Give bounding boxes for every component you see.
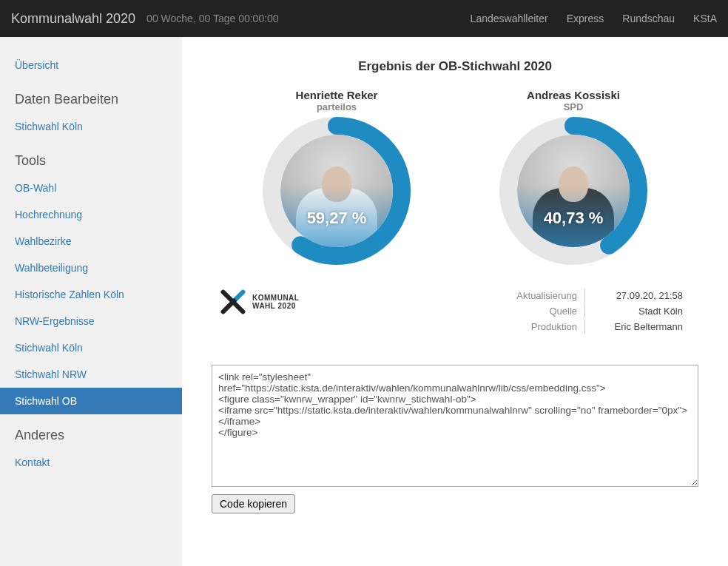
candidate-1-percent: 59,27 %	[263, 209, 411, 228]
sidebar-section-daten: Daten Bearbeiten	[0, 78, 182, 113]
sidebar-item-stichwahl-ob[interactable]: Stichwahl OB	[0, 388, 182, 414]
copy-code-button[interactable]: Code kopieren	[212, 494, 295, 513]
table-row: QuelleStadt Köln	[509, 304, 690, 318]
sidebar-item-stichwahl-koeln[interactable]: Stichwahl Köln	[0, 334, 182, 361]
nav-link-landeswahlleiter[interactable]: Landeswahlleiter	[471, 13, 548, 24]
meta-table: Aktualisierung27.09.20, 21:58 QuelleStad…	[508, 287, 692, 335]
meta-key-produktion: Produktion	[509, 320, 585, 334]
embed-code-textarea[interactable]	[212, 365, 698, 487]
candidate-1-name: Henriette Reker	[263, 89, 411, 101]
candidate-2: Andreas Kossiski SPD 40,73 %	[499, 89, 647, 265]
sidebar-item-stichwahl-nrw[interactable]: Stichwahl NRW	[0, 361, 182, 388]
logo-line1: KOMMUNAL	[252, 294, 299, 302]
navbar-countdown: 00 Woche, 00 Tage 00:00:00	[146, 13, 471, 24]
navbar-brand[interactable]: Kommunalwahl 2020	[11, 11, 135, 27]
nav-link-express[interactable]: Express	[567, 13, 604, 24]
nav-link-rundschau[interactable]: Rundschau	[622, 13, 675, 24]
top-navbar: Kommunalwahl 2020 00 Woche, 00 Tage 00:0…	[0, 0, 728, 37]
meta-key-aktualisierung: Aktualisierung	[509, 289, 585, 303]
candidate-2-percent: 40,73 %	[499, 209, 647, 228]
nav-link-ksta[interactable]: KStA	[693, 13, 717, 24]
sidebar-section-tools: Tools	[0, 140, 182, 175]
meta-val-produktion: Eric Beltermann	[587, 320, 690, 334]
sidebar: Übersicht Daten Bearbeiten Stichwahl Köl…	[0, 37, 182, 566]
table-row: Aktualisierung27.09.20, 21:58	[509, 289, 690, 303]
table-row: ProduktionEric Beltermann	[509, 320, 690, 334]
candidate-1-party: parteilos	[263, 101, 411, 112]
meta-val-quelle: Stadt Köln	[587, 304, 690, 318]
sidebar-item-hochrechnung[interactable]: Hochrechnung	[0, 201, 182, 228]
main-content: Ergebnis der OB-Stichwahl 2020 Henriette…	[182, 37, 728, 566]
ballot-x-icon	[218, 287, 248, 317]
meta-key-quelle: Quelle	[509, 304, 585, 318]
sidebar-item-uebersicht[interactable]: Übersicht	[0, 52, 182, 78]
candidate-1: Henriette Reker parteilos 59,27 %	[263, 89, 411, 265]
candidate-1-donut	[263, 117, 411, 265]
sidebar-item-kontakt[interactable]: Kontakt	[0, 449, 182, 476]
candidate-2-donut	[499, 117, 647, 265]
logo-line2: WAHL 2020	[252, 302, 299, 310]
meta-val-aktualisierung: 27.09.20, 21:58	[587, 289, 690, 303]
sidebar-item-stichwahl-koeln-edit[interactable]: Stichwahl Köln	[0, 113, 182, 140]
election-logo: KOMMUNAL WAHL 2020	[218, 287, 299, 317]
sidebar-item-historische-zahlen[interactable]: Historische Zahlen Köln	[0, 281, 182, 308]
candidate-2-party: SPD	[499, 101, 647, 112]
sidebar-item-ob-wahl[interactable]: OB-Wahl	[0, 175, 182, 201]
sidebar-item-wahlbeteiligung[interactable]: Wahlbeteiligung	[0, 255, 182, 281]
candidate-2-name: Andreas Kossiski	[499, 89, 647, 101]
sidebar-item-nrw-ergebnisse[interactable]: NRW-Ergebnisse	[0, 308, 182, 334]
sidebar-section-anderes: Anderes	[0, 414, 182, 449]
sidebar-item-wahlbezirke[interactable]: Wahlbezirke	[0, 228, 182, 255]
navbar-links: Landeswahlleiter Express Rundschau KStA	[471, 13, 717, 24]
result-chart: Ergebnis der OB-Stichwahl 2020 Henriette…	[218, 59, 692, 335]
chart-title: Ergebnis der OB-Stichwahl 2020	[218, 59, 692, 74]
